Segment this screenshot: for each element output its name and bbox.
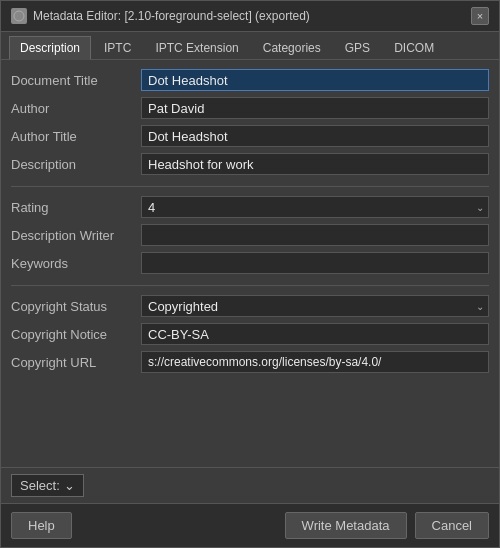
main-window: Metadata Editor: [2.10-foreground-select… xyxy=(0,0,500,548)
description-input[interactable]: Headshot for work xyxy=(141,153,489,175)
copyright-url-input[interactable]: s://creativecommons.org/licenses/by-sa/4… xyxy=(141,351,489,373)
rating-row: Rating 4 ⌄ xyxy=(11,195,489,219)
select-dropdown-arrow: ⌄ xyxy=(64,478,75,493)
buttons-bar: Help Write Metadata Cancel xyxy=(1,503,499,547)
description-writer-row: Description Writer xyxy=(11,223,489,247)
title-bar-left: Metadata Editor: [2.10-foreground-select… xyxy=(11,8,310,24)
content-area: Document Title Dot Headshot Author Pat D… xyxy=(1,60,499,467)
tab-categories[interactable]: Categories xyxy=(252,36,332,59)
keywords-input[interactable] xyxy=(141,252,489,274)
copyright-notice-input[interactable]: CC-BY-SA xyxy=(141,323,489,345)
document-title-input[interactable]: Dot Headshot xyxy=(141,69,489,91)
copyright-url-label: Copyright URL xyxy=(11,355,141,370)
tab-iptc[interactable]: IPTC xyxy=(93,36,142,59)
app-icon xyxy=(11,8,27,24)
copyright-url-row: Copyright URL s://creativecommons.org/li… xyxy=(11,350,489,374)
tab-iptc-extension[interactable]: IPTC Extension xyxy=(144,36,249,59)
document-title-row: Document Title Dot Headshot xyxy=(11,68,489,92)
copyright-status-dropdown-arrow: ⌄ xyxy=(476,301,484,312)
select-dropdown[interactable]: Select: ⌄ xyxy=(11,474,84,497)
rating-label: Rating xyxy=(11,200,141,215)
keywords-label: Keywords xyxy=(11,256,141,271)
select-bar: Select: ⌄ xyxy=(1,467,499,503)
divider-1 xyxy=(11,186,489,187)
title-bar: Metadata Editor: [2.10-foreground-select… xyxy=(1,1,499,32)
rating-dropdown-arrow: ⌄ xyxy=(476,202,484,213)
tab-description[interactable]: Description xyxy=(9,36,91,60)
document-title-label: Document Title xyxy=(11,73,141,88)
tab-dicom[interactable]: DICOM xyxy=(383,36,445,59)
author-title-label: Author Title xyxy=(11,129,141,144)
description-writer-input[interactable] xyxy=(141,224,489,246)
action-buttons: Write Metadata Cancel xyxy=(285,512,489,539)
basic-metadata-section: Document Title Dot Headshot Author Pat D… xyxy=(11,68,489,176)
description-writer-label: Description Writer xyxy=(11,228,141,243)
description-label: Description xyxy=(11,157,141,172)
help-button[interactable]: Help xyxy=(11,512,72,539)
write-metadata-button[interactable]: Write Metadata xyxy=(285,512,407,539)
author-label: Author xyxy=(11,101,141,116)
description-row: Description Headshot for work xyxy=(11,152,489,176)
cancel-button[interactable]: Cancel xyxy=(415,512,489,539)
svg-point-0 xyxy=(14,11,24,21)
copyright-notice-row: Copyright Notice CC-BY-SA xyxy=(11,322,489,346)
author-title-input[interactable]: Dot Headshot xyxy=(141,125,489,147)
tab-gps[interactable]: GPS xyxy=(334,36,381,59)
tabs-bar: Description IPTC IPTC Extension Categori… xyxy=(1,32,499,60)
copyright-notice-label: Copyright Notice xyxy=(11,327,141,342)
window-title: Metadata Editor: [2.10-foreground-select… xyxy=(33,9,310,23)
extended-metadata-section: Rating 4 ⌄ Description Writer Keywords xyxy=(11,195,489,275)
divider-2 xyxy=(11,285,489,286)
copyright-status-row: Copyright Status Copyrighted ⌄ xyxy=(11,294,489,318)
author-title-row: Author Title Dot Headshot xyxy=(11,124,489,148)
copyright-status-dropdown[interactable]: Copyrighted ⌄ xyxy=(141,295,489,317)
author-row: Author Pat David xyxy=(11,96,489,120)
select-label: Select: xyxy=(20,478,60,493)
keywords-row: Keywords xyxy=(11,251,489,275)
copyright-status-label: Copyright Status xyxy=(11,299,141,314)
copyright-section: Copyright Status Copyrighted ⌄ Copyright… xyxy=(11,294,489,374)
rating-dropdown[interactable]: 4 ⌄ xyxy=(141,196,489,218)
close-button[interactable]: × xyxy=(471,7,489,25)
author-input[interactable]: Pat David xyxy=(141,97,489,119)
